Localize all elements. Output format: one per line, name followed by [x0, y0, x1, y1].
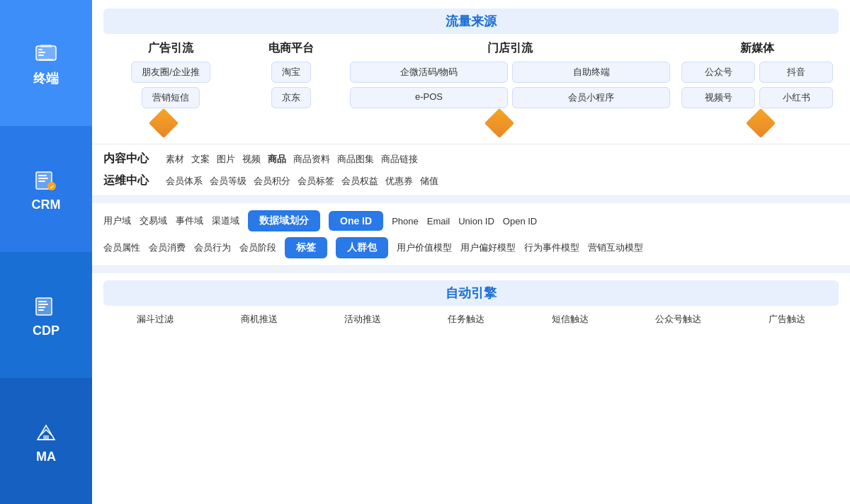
- ad-tag-1: 营销短信: [142, 87, 200, 108]
- newmedia-tag-2: 视频号: [681, 87, 755, 108]
- crm-tag-product-link: 商品链接: [381, 153, 418, 166]
- content-center-title: 内容中心: [103, 151, 154, 166]
- ma-header: 自动引擎: [103, 280, 839, 306]
- ma-tag-biz: 商机推送: [241, 313, 278, 326]
- crm-tag-image: 图片: [217, 153, 235, 166]
- sidebar-item-ma[interactable]: MA: [0, 378, 92, 504]
- crm-tag-material: 素材: [166, 153, 184, 166]
- traffic-col-newmedia: 新媒体 公众号 抖音 视频号 小红书: [676, 41, 839, 108]
- svg-rect-14: [38, 304, 48, 305]
- cdp-data-division[interactable]: 数据域划分: [248, 210, 320, 231]
- cdp-union-id: Union ID: [458, 216, 494, 227]
- content-center-tags: 素材 文案 图片 视频 商品 商品资料 商品图集 商品链接: [166, 153, 418, 166]
- section-traffic: 流量来源 广告引流 朋友圈/企业推 营销短信 电商平台 淘宝 京东 门: [92, 0, 850, 144]
- cdp-member-stage: 会员阶段: [239, 241, 276, 254]
- cdp-open-id: Open ID: [503, 216, 537, 227]
- ma-tag-funnel: 漏斗过滤: [137, 313, 174, 326]
- newmedia-tag-3: 小红书: [759, 87, 833, 108]
- sidebar-label-ma: MA: [36, 449, 56, 464]
- cdp-crowd-pack[interactable]: 人群包: [336, 237, 388, 258]
- ad-tags: 朋友圈/企业推 营销短信: [109, 62, 232, 108]
- svg-text:✓: ✓: [50, 184, 55, 190]
- store-tag-3: 会员小程序: [512, 87, 670, 108]
- newmedia-tag-1: 抖音: [759, 62, 833, 83]
- ma-tag-wechat: 公众号触达: [655, 313, 701, 326]
- svg-rect-16: [38, 309, 44, 311]
- cdp-user-domain: 用户域: [103, 214, 131, 227]
- traffic-header: 流量来源: [103, 8, 839, 34]
- traffic-columns: 广告引流 朋友圈/企业推 营销短信 电商平台 淘宝 京东 门店引流 企微活码/物…: [103, 41, 839, 108]
- svg-rect-3: [38, 49, 42, 50]
- svg-rect-8: [38, 178, 48, 179]
- ma-tag-sms: 短信触达: [552, 313, 589, 326]
- cdp-model-preference: 用户偏好模型: [460, 241, 516, 254]
- cdp-phone: Phone: [392, 216, 419, 227]
- store-tag-0: 企微活码/物码: [350, 62, 508, 83]
- crm-ops-row: 运维中心 会员体系 会员等级 会员积分 会员标签 会员权益 优惠券 储值: [103, 173, 839, 188]
- ops-tag-member-system: 会员体系: [166, 175, 203, 188]
- store-tag-2: e-POS: [350, 87, 508, 108]
- ops-tag-member-tag: 会员标签: [298, 175, 334, 188]
- sidebar-item-terminal[interactable]: 终端: [0, 0, 92, 126]
- arrow-newmedia: [746, 108, 776, 138]
- ops-tag-coupon: 优惠券: [385, 175, 413, 188]
- svg-rect-9: [38, 181, 45, 182]
- crm-tag-product-info: 商品资料: [293, 153, 330, 166]
- cdp-member-consume: 会员消费: [149, 241, 186, 254]
- sidebar: 终端 ✓ CRM CDP: [0, 0, 92, 504]
- crm-tag-product: 商品: [268, 153, 286, 166]
- ad-title: 广告引流: [109, 41, 232, 56]
- cdp-one-id[interactable]: One ID: [329, 211, 383, 231]
- crm-content-row: 内容中心 素材 文案 图片 视频 商品 商品资料 商品图集 商品链接: [103, 151, 839, 166]
- sidebar-item-cdp[interactable]: CDP: [0, 252, 92, 378]
- cdp-member-attr: 会员属性: [103, 241, 140, 254]
- cdp-icon: [32, 292, 60, 321]
- crm-icon: ✓: [32, 166, 60, 195]
- svg-rect-5: [38, 55, 44, 56]
- terminal-icon: [32, 39, 60, 67]
- ma-tag-activity: 活动推送: [344, 313, 381, 326]
- cdp-label[interactable]: 标签: [285, 237, 327, 258]
- cdp-row-2: 会员属性 会员消费 会员行为 会员阶段 标签 人群包 用户价值模型 用户偏好模型…: [103, 237, 839, 258]
- newmedia-tag-0: 公众号: [681, 62, 755, 83]
- ecom-tag-1: 京东: [271, 87, 311, 108]
- ops-tag-member-level: 会员等级: [210, 175, 246, 188]
- traffic-col-store: 门店引流 企微活码/物码 自助终端 e-POS 会员小程序: [344, 41, 676, 108]
- cdp-channel-domain: 渠道域: [212, 214, 239, 227]
- svg-rect-7: [38, 175, 47, 176]
- section-ma: 自动引擎 漏斗过滤 商机推送 活动推送 任务触达 短信触达 公众号触达 广告触达: [92, 273, 850, 504]
- ops-center-title: 运维中心: [103, 173, 154, 188]
- arrow-row: [103, 108, 839, 138]
- section-cdp: 用户域 交易域 事件域 渠道域 数据域划分 One ID Phone Email…: [92, 203, 850, 266]
- traffic-col-ecom: 电商平台 淘宝 京东: [238, 41, 344, 108]
- cdp-email: Email: [427, 216, 450, 227]
- crm-tag-copy: 文案: [191, 153, 210, 166]
- store-title: 门店引流: [350, 41, 670, 56]
- ma-tag-task: 任务触达: [448, 313, 484, 326]
- cdp-event-domain: 事件域: [176, 214, 203, 227]
- crm-tag-video: 视频: [242, 153, 261, 166]
- ecom-tags: 淘宝 京东: [244, 62, 339, 108]
- sidebar-label-crm: CRM: [32, 197, 61, 212]
- cdp-trade-domain: 交易域: [140, 214, 167, 227]
- ma-tags: 漏斗过滤 商机推送 活动推送 任务触达 短信触达 公众号触达 广告触达: [103, 313, 839, 326]
- svg-rect-1: [40, 45, 52, 47]
- svg-rect-13: [38, 301, 47, 302]
- ad-tag-0: 朋友圈/企业推: [131, 62, 210, 83]
- ecom-title: 电商平台: [244, 41, 339, 56]
- svg-rect-4: [38, 52, 45, 53]
- ops-center-tags: 会员体系 会员等级 会员积分 会员标签 会员权益 优惠券 储值: [166, 175, 438, 188]
- sidebar-label-terminal: 终端: [33, 70, 59, 87]
- ma-tag-ad: 广告触达: [769, 313, 805, 326]
- cdp-model-marketing: 营销互动模型: [588, 241, 643, 254]
- svg-rect-2: [39, 59, 53, 61]
- svg-rect-15: [38, 307, 45, 308]
- section-crm: 内容中心 素材 文案 图片 视频 商品 商品资料 商品图集 商品链接 运维中心 …: [92, 144, 850, 196]
- sidebar-item-crm[interactable]: ✓ CRM: [0, 126, 92, 252]
- arrow-ad: [149, 108, 178, 138]
- store-tag-1: 自助终端: [512, 62, 670, 83]
- sidebar-label-cdp: CDP: [33, 323, 60, 338]
- cdp-member-behavior: 会员行为: [194, 241, 231, 254]
- store-tags: 企微活码/物码 自助终端 e-POS 会员小程序: [350, 62, 670, 108]
- main-content: 流量来源 广告引流 朋友圈/企业推 营销短信 电商平台 淘宝 京东 门: [92, 0, 850, 504]
